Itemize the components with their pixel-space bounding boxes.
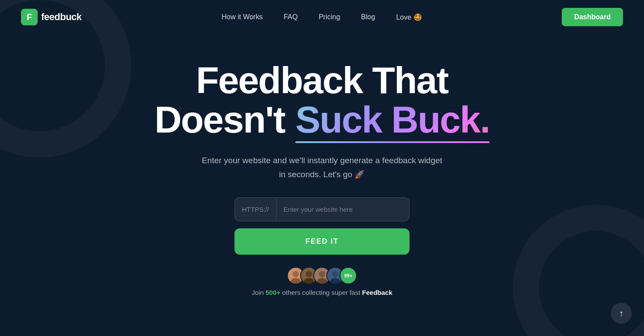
hero-title-line2: Doesn't Suck Buck. <box>154 100 490 139</box>
svg-point-9 <box>319 271 325 277</box>
nav-link-love[interactable]: Love 🤩 <box>396 14 422 21</box>
nav-link-pricing[interactable]: Pricing <box>318 13 340 21</box>
nav-item-how-it-works: How it Works <box>221 13 262 21</box>
social-proof: 99+ Join 500+ others collecting super fa… <box>252 267 392 296</box>
nav-link-how-it-works[interactable]: How it Works <box>221 13 262 21</box>
logo-text: feedbuck <box>41 11 82 23</box>
hero-title-line1: Feedback That <box>154 60 490 100</box>
url-input-container: HTTPS:// <box>234 197 410 221</box>
nav-link-blog[interactable]: Blog <box>361 13 375 21</box>
nav-item-pricing: Pricing <box>318 13 340 21</box>
social-proof-text: Join 500+ others collecting super fast F… <box>252 289 392 296</box>
hero-subtitle: Enter your website and we'll instantly g… <box>200 154 444 182</box>
feed-it-button[interactable]: FEED IT <box>234 228 410 255</box>
dashboard-button[interactable]: Dashboard <box>562 8 623 26</box>
svg-point-6 <box>306 271 312 277</box>
avatar-group: 99+ <box>287 267 357 284</box>
hero-title: Feedback That Doesn't Suck Buck. <box>154 60 490 140</box>
nav-item-love: Love 🤩 <box>396 13 422 21</box>
arrow-up-icon: ↑ <box>619 308 623 318</box>
hero-title-suck-buck: Suck Buck. <box>295 100 490 139</box>
social-bold: Feedback <box>362 289 392 296</box>
url-input[interactable] <box>276 198 409 221</box>
nav-links: How it Works FAQ Pricing Blog Love 🤩 <box>221 13 422 21</box>
svg-point-12 <box>332 271 338 277</box>
navbar: F feedbuck How it Works FAQ Pricing Blog… <box>0 0 644 34</box>
nav-item-blog: Blog <box>361 13 375 21</box>
scroll-to-top-button[interactable]: ↑ <box>611 303 632 324</box>
svg-text:F: F <box>27 12 32 22</box>
hero-section: Feedback That Doesn't Suck Buck. Enter y… <box>0 34 644 296</box>
hero-title-doesnt: Doesn't <box>154 100 285 139</box>
logo-icon: F <box>21 9 38 25</box>
nav-item-faq: FAQ <box>284 13 298 21</box>
nav-link-faq[interactable]: FAQ <box>284 13 298 21</box>
social-rest: others collecting super fast <box>282 289 360 296</box>
social-join: Join <box>252 289 264 296</box>
social-count: 500+ <box>266 289 280 296</box>
svg-point-3 <box>293 271 299 277</box>
url-prefix: HTTPS:// <box>235 198 276 221</box>
avatar-count-badge: 99+ <box>340 267 357 284</box>
logo-link[interactable]: F feedbuck <box>21 9 82 25</box>
